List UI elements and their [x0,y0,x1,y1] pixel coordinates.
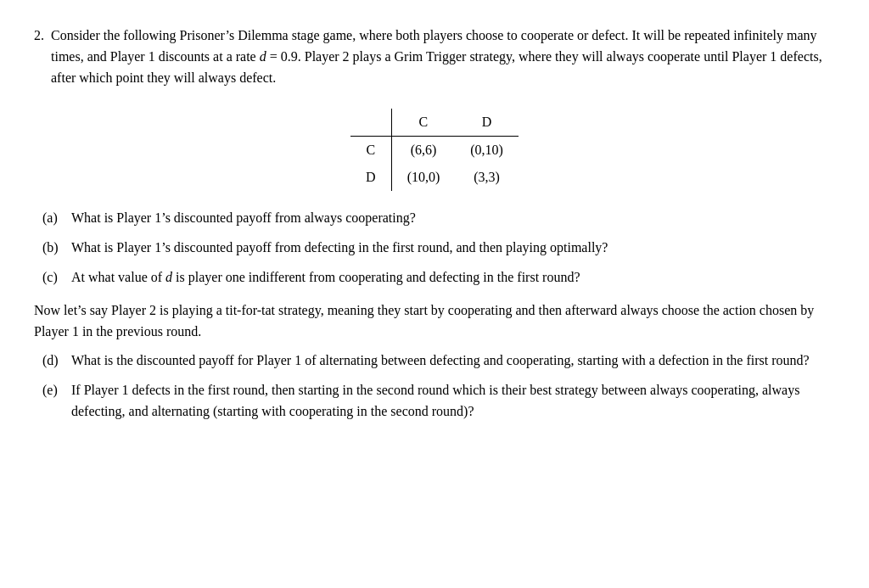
tft-intro: Now let’s say Player 2 is playing a tit-… [34,300,835,343]
table-row-d: D (10,0) (3,3) [350,164,519,191]
col-header-d: D [455,109,519,137]
table-corner [350,109,391,137]
var-d-c: d [165,270,172,284]
text-e: If Player 1 defects in the first round, … [71,380,835,423]
cell-dd: (3,3) [455,164,519,191]
problem-container: 2. Consider the following Prisoner’s Dil… [34,25,835,423]
text-c: At what value of d is player one indiffe… [71,267,580,288]
row-header-d: D [350,164,391,191]
cell-cd: (0,10) [455,137,519,165]
problem-header: 2. Consider the following Prisoner’s Dil… [34,25,835,88]
row-header-c: C [350,137,391,165]
text-d: What is the discounted payoff for Player… [71,350,810,372]
table-row-c: C (6,6) (0,10) [350,137,519,165]
text-b: What is Player 1’s discounted payoff fro… [71,238,608,259]
sub-question-e: (e) If Player 1 defects in the first rou… [42,380,835,423]
discount-var: d [260,49,266,64]
sub-questions-abc: (a) What is Player 1’s discounted payoff… [42,208,835,288]
problem-number: 2. [34,25,44,46]
sub-question-d: (d) What is the discounted payoff for Pl… [42,350,835,372]
label-a: (a) [42,208,66,228]
cell-cc: (6,6) [391,137,455,165]
sub-question-c: (c) At what value of d is player one ind… [42,267,835,288]
cell-dc: (10,0) [391,164,455,191]
label-d: (d) [42,350,66,371]
problem-intro: Consider the following Prisoner’s Dilemm… [51,25,835,88]
intro-text: Consider the following Prisoner’s Dilemm… [51,28,822,85]
label-b: (b) [42,238,66,258]
label-c: (c) [42,267,66,288]
sub-question-a: (a) What is Player 1’s discounted payoff… [42,208,835,229]
col-header-c: C [391,109,455,137]
text-a: What is Player 1’s discounted payoff fro… [71,208,416,229]
sub-questions-de: (d) What is the discounted payoff for Pl… [42,350,835,422]
label-e: (e) [42,380,66,400]
game-table-wrapper: C D C (6,6) (0,10) D (10,0) (3,3) [34,109,835,191]
sub-question-b: (b) What is Player 1’s discounted payoff… [42,238,835,259]
payoff-matrix: C D C (6,6) (0,10) D (10,0) (3,3) [350,109,519,191]
table-header-row: C D [350,109,519,137]
